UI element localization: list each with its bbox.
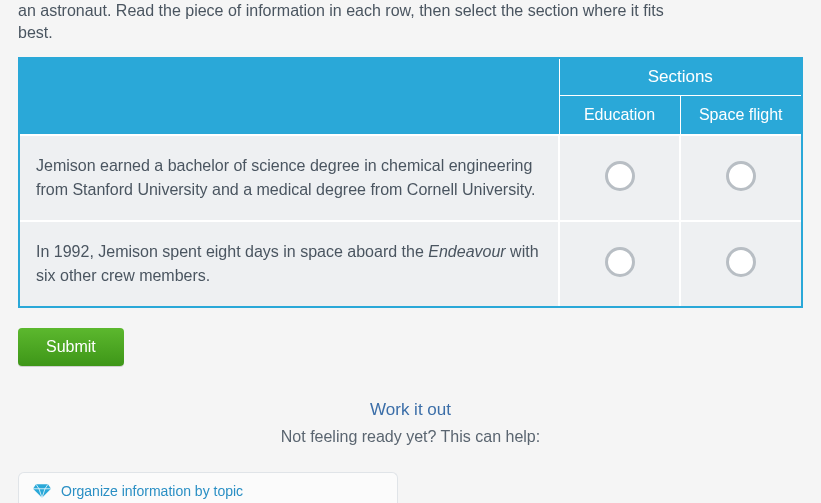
statement-cell: Jemison earned a bachelor of science deg… [20,135,559,221]
statement-text: Jemison earned a bachelor of science deg… [36,157,535,198]
radio-row1-spaceflight[interactable] [726,161,756,191]
statement-pre: In 1992, Jemison spent eight days in spa… [36,243,428,260]
header-blank [20,59,559,135]
radio-cell-education [559,221,680,306]
instruction-line1: an astronaut. Read the piece of informat… [18,2,664,19]
radio-cell-spaceflight [680,135,801,221]
table-row: Jemison earned a bachelor of science deg… [20,135,801,221]
table-row: In 1992, Jemison spent eight days in spa… [20,221,801,306]
statement-italic: Endeavour [428,243,505,260]
radio-cell-spaceflight [680,221,801,306]
radio-row1-education[interactable] [605,161,635,191]
radio-row2-education[interactable] [605,247,635,277]
categorize-table: Sections Education Space flight Jemison … [18,57,803,308]
help-link-card[interactable]: Organize information by topic [18,472,398,503]
radio-row2-spaceflight[interactable] [726,247,756,277]
submit-button[interactable]: Submit [18,328,124,366]
instruction-line2: best. [18,22,803,44]
instruction-text: an astronaut. Read the piece of informat… [0,0,821,57]
radio-cell-education [559,135,680,221]
svg-marker-0 [33,484,51,498]
column-education: Education [559,96,680,136]
not-ready-text: Not feeling ready yet? This can help: [0,428,821,446]
work-it-out-heading: Work it out [0,400,821,420]
column-space-flight: Space flight [680,96,801,136]
statement-cell: In 1992, Jemison spent eight days in spa… [20,221,559,306]
diamond-icon [33,484,51,498]
header-sections: Sections [559,59,801,96]
help-link-text: Organize information by topic [61,483,243,499]
